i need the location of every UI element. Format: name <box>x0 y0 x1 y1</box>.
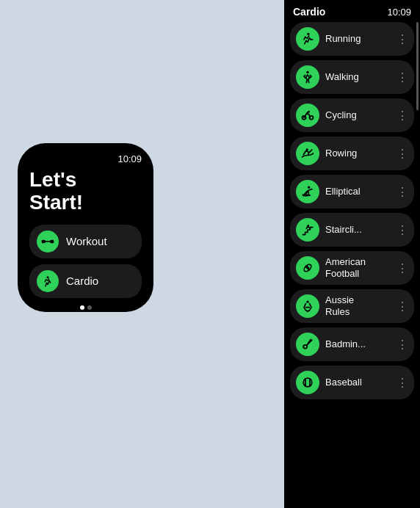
svg-rect-6 <box>52 240 54 242</box>
svg-point-13 <box>306 148 308 150</box>
aussie-label: AussieRules <box>325 294 395 317</box>
football-icon <box>300 261 315 275</box>
cardio-item-walking[interactable]: Walking ⋮ <box>290 60 414 94</box>
aussie-icon <box>300 299 315 313</box>
running-more[interactable]: ⋮ <box>397 32 408 46</box>
svg-rect-5 <box>43 240 44 242</box>
cycling-icon-circle <box>296 104 319 127</box>
walking-more[interactable]: ⋮ <box>397 70 408 84</box>
cardio-menu-item[interactable]: Cardio <box>29 264 142 298</box>
rowing-icon-circle <box>296 142 319 165</box>
cardio-icon-circle <box>37 270 59 292</box>
rowing-icon <box>300 146 315 161</box>
running-icon <box>300 32 315 46</box>
cardio-item-aussie-rules[interactable]: AussieRules ⋮ <box>290 289 414 323</box>
stairclimber-more[interactable]: ⋮ <box>397 223 408 237</box>
cycling-more[interactable]: ⋮ <box>397 109 408 123</box>
cardio-label: Cardio <box>66 275 98 287</box>
dot-1 <box>80 305 84 310</box>
watch-right: Cardio 10:09 Running ⋮ <box>284 0 420 508</box>
elliptical-icon-circle <box>296 180 319 203</box>
elliptical-more[interactable]: ⋮ <box>397 185 408 199</box>
svg-point-12 <box>308 111 310 113</box>
badminton-label: Badmin... <box>325 338 395 350</box>
stairclimber-label: Staircli... <box>325 224 395 236</box>
workout-label: Workout <box>66 235 107 247</box>
baseball-icon <box>300 375 315 390</box>
football-more[interactable]: ⋮ <box>397 261 408 275</box>
badminton-icon <box>300 337 315 352</box>
dot-2 <box>87 305 92 310</box>
svg-point-8 <box>307 33 309 35</box>
elliptical-icon <box>300 184 315 199</box>
cardio-list[interactable]: Running ⋮ Walking ⋮ <box>284 21 420 508</box>
stairclimber-icon <box>300 222 315 237</box>
cardio-item-stairclimber[interactable]: Staircli... ⋮ <box>290 213 414 247</box>
svg-point-20 <box>306 301 308 303</box>
cardio-item-baseball[interactable]: Baseball ⋮ <box>290 366 414 399</box>
elliptical-label: Elliptical <box>325 186 395 197</box>
cardio-item-running[interactable]: Running ⋮ <box>290 22 414 56</box>
cycling-icon <box>300 108 315 123</box>
walking-label: Walking <box>325 71 395 83</box>
stairclimber-icon-circle <box>296 218 319 242</box>
baseball-label: Baseball <box>325 377 395 388</box>
left-watch-time: 10:09 <box>29 153 142 164</box>
baseball-icon-circle <box>296 371 319 394</box>
svg-point-15 <box>308 225 310 227</box>
baseball-more[interactable]: ⋮ <box>397 376 408 390</box>
workout-menu-item[interactable]: Workout <box>29 225 142 258</box>
svg-point-9 <box>306 71 308 73</box>
aussie-icon-circle <box>296 294 319 318</box>
rowing-more[interactable]: ⋮ <box>397 147 408 161</box>
football-icon-circle <box>296 256 319 280</box>
right-watch-time: 10:09 <box>387 7 411 18</box>
right-watch-header: Cardio 10:09 <box>284 0 420 21</box>
workout-icon-circle <box>37 231 59 253</box>
cycling-label: Cycling <box>325 109 395 121</box>
right-watch-title: Cardio <box>293 6 325 18</box>
running-icon-circle <box>296 27 319 51</box>
scroll-indicator <box>416 22 419 110</box>
cardio-item-cycling[interactable]: Cycling ⋮ <box>290 98 414 132</box>
football-label: AmericanFootball <box>325 256 395 279</box>
badminton-icon-circle <box>296 333 319 356</box>
page-dots <box>29 305 142 310</box>
rowing-label: Rowing <box>325 148 395 159</box>
aussie-more[interactable]: ⋮ <box>397 300 408 313</box>
badminton-more[interactable]: ⋮ <box>397 338 408 352</box>
walking-icon-circle <box>296 65 319 89</box>
watch-left: 10:09 Let'sStart! Workout <box>18 143 153 312</box>
svg-point-7 <box>47 276 49 278</box>
left-watch-title: Let'sStart! <box>29 169 142 214</box>
cardio-item-elliptical[interactable]: Elliptical ⋮ <box>290 175 414 208</box>
cardio-item-rowing[interactable]: Rowing ⋮ <box>290 137 414 170</box>
cardio-running-icon <box>41 275 54 288</box>
cardio-item-american-football[interactable]: AmericanFootball ⋮ <box>290 251 414 285</box>
dumbbell-icon <box>41 235 54 248</box>
svg-point-14 <box>308 186 310 189</box>
running-label: Running <box>325 33 395 45</box>
walking-icon <box>300 70 315 84</box>
cardio-item-badminton[interactable]: Badmin... ⋮ <box>290 327 414 361</box>
